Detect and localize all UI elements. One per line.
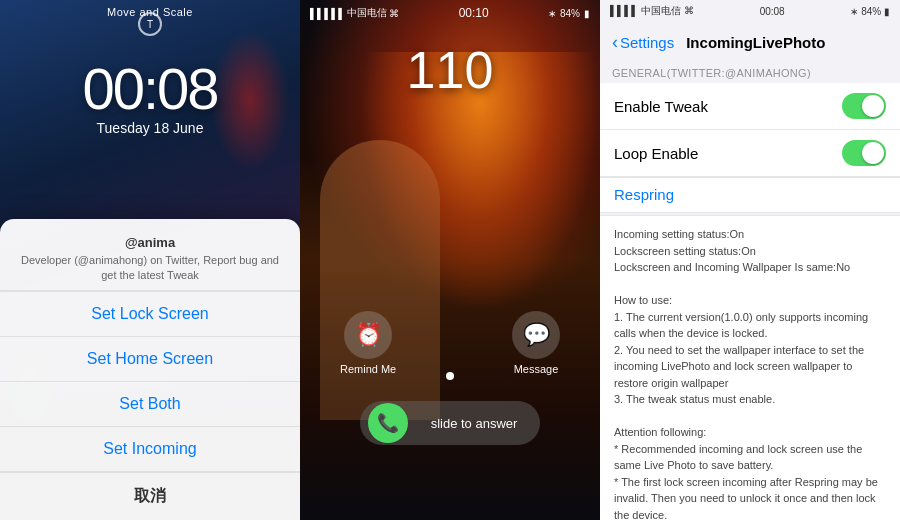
panel3-wifi-icon: ⌘ xyxy=(684,5,694,16)
panel2-bluetooth-icon: ∗ xyxy=(548,8,556,19)
panel2-carrier: 中国电信 xyxy=(347,6,387,20)
panel1-coin-icon: T xyxy=(138,12,162,36)
action-sheet-subtitle: Developer (@animahong) on Twitter, Repor… xyxy=(12,253,288,282)
panel2-caller-number: 110 xyxy=(300,40,600,100)
panel2-message-label: Message xyxy=(514,363,559,375)
panel2-answer-area[interactable]: 📞 slide to answer xyxy=(300,401,600,445)
panel2-dot-indicator xyxy=(446,372,454,380)
panel3-carrier: 中国电信 xyxy=(641,5,681,16)
panel2-message-icon: 💬 xyxy=(512,311,560,359)
panel3-enable-tweak-toggle[interactable] xyxy=(842,93,886,119)
panel3-respring-row[interactable]: Respring xyxy=(600,177,900,213)
panel2-slide-to-answer[interactable]: 📞 slide to answer xyxy=(360,401,540,445)
panel3-page-title: IncomingLivePhoto xyxy=(686,34,825,51)
panel3-carrier-signal: ▌▌▌▌ 中国电信 ⌘ xyxy=(610,4,694,18)
panel1-date: Tuesday 18 June xyxy=(0,120,300,136)
panel3-enable-tweak-label: Enable Tweak xyxy=(614,98,708,115)
panel1-time: 00:08 xyxy=(0,55,300,122)
panel2-signal-bars: ▌▌▌▌▌ xyxy=(310,8,345,19)
panel3-loop-enable-row: Loop Enable xyxy=(600,130,900,177)
action-sheet-header: @anima Developer (@animahong) on Twitter… xyxy=(0,219,300,291)
panel3-time: 00:08 xyxy=(760,6,785,17)
set-home-screen-button[interactable]: Set Home Screen xyxy=(0,336,300,381)
panel2-time: 00:10 xyxy=(459,6,489,20)
panel2-remind-me-button[interactable]: ⏰ Remind Me xyxy=(340,311,396,375)
set-lock-screen-button[interactable]: Set Lock Screen xyxy=(0,291,300,336)
panel2-right-icons: ∗ 84% ▮ xyxy=(548,8,590,19)
panel3-info-block: Incoming setting status:On Lockscreen se… xyxy=(600,215,900,520)
panel3-loop-enable-toggle[interactable] xyxy=(842,140,886,166)
panel2-slide-label: slide to answer xyxy=(416,416,532,431)
cancel-button[interactable]: 取消 xyxy=(0,471,300,520)
panel3-enable-tweak-row: Enable Tweak xyxy=(600,83,900,130)
panel2-battery-icon: ▮ xyxy=(584,8,590,19)
panel3-nav-bar: ‹ Settings IncomingLivePhoto xyxy=(600,22,900,59)
panel3-status-bar: ▌▌▌▌ 中国电信 ⌘ 00:08 ∗ 84% ▮ xyxy=(600,0,900,22)
panel3-section-general: GENERAL(TWITTER:@ANIMAHONG) xyxy=(600,59,900,83)
panel1-lockscreen: Move and Scale T 00:08 Tuesday 18 June @… xyxy=(0,0,300,520)
panel3-battery-icon: ▮ xyxy=(884,6,890,17)
panel3-battery-pct: 84% xyxy=(861,6,881,17)
panel3-signal-bars: ▌▌▌▌ xyxy=(610,5,638,16)
panel3-right-icons: ∗ 84% ▮ xyxy=(850,6,890,17)
action-sheet: @anima Developer (@animahong) on Twitter… xyxy=(0,219,300,520)
panel2-wifi-icon: ⌘ xyxy=(389,8,399,19)
panel2-message-button[interactable]: 💬 Message xyxy=(512,311,560,375)
panel2-phone-icon: 📞 xyxy=(368,403,408,443)
panel2-person-silhouette xyxy=(320,140,440,420)
panel2-remind-icon: ⏰ xyxy=(344,311,392,359)
panel3-loop-enable-label: Loop Enable xyxy=(614,145,698,162)
set-incoming-button[interactable]: Set Incoming xyxy=(0,426,300,471)
panel3-back-label: Settings xyxy=(620,34,674,51)
set-both-button[interactable]: Set Both xyxy=(0,381,300,426)
panel3-back-button[interactable]: ‹ Settings xyxy=(612,32,674,53)
panel3-respring-button[interactable]: Respring xyxy=(614,186,674,203)
panel2-status-bar: ▌▌▌▌▌ 中国电信 ⌘ 00:10 ∗ 84% ▮ xyxy=(300,6,600,20)
panel2-battery-pct: 84% xyxy=(560,8,580,19)
panel2-incoming-call: ▌▌▌▌▌ 中国电信 ⌘ 00:10 ∗ 84% ▮ 110 ⏰ Remind … xyxy=(300,0,600,520)
panel2-carrier-signal: ▌▌▌▌▌ 中国电信 ⌘ xyxy=(310,6,399,20)
panel2-remind-label: Remind Me xyxy=(340,363,396,375)
panel3-settings: ▌▌▌▌ 中国电信 ⌘ 00:08 ∗ 84% ▮ ‹ Settings Inc… xyxy=(600,0,900,520)
panel3-info-text: Incoming setting status:On Lockscreen se… xyxy=(614,226,886,520)
action-sheet-title: @anima xyxy=(12,235,288,250)
panel3-chevron-left-icon: ‹ xyxy=(612,32,618,53)
panel3-bluetooth-icon: ∗ xyxy=(850,6,861,17)
